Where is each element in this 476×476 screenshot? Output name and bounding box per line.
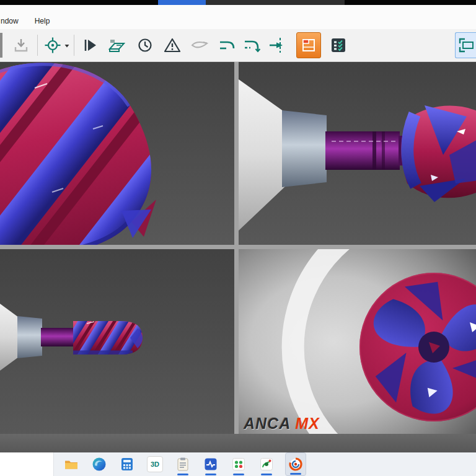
top-strip-black-right	[345, 0, 476, 5]
viewport-bottom-left[interactable]	[0, 249, 234, 434]
3d-builder-icon: 3D	[147, 456, 163, 472]
edge-browser-icon	[92, 457, 107, 472]
target-dropdown-button[interactable]	[64, 40, 70, 51]
toolbar-separator	[37, 35, 38, 56]
tool-collet-render	[239, 62, 476, 245]
step-into-button[interactable]	[78, 33, 100, 58]
pulse-app-icon	[203, 457, 218, 472]
frame-view-icon	[300, 37, 317, 54]
step-into-icon	[81, 37, 98, 54]
flute-path-icon	[218, 37, 236, 54]
anca-logo-text: ANCA	[244, 415, 291, 432]
dots-app-icon	[231, 457, 246, 472]
frame-view-button-active[interactable]	[296, 32, 321, 58]
frame-corner-icon	[457, 37, 475, 54]
import-icon	[12, 37, 30, 54]
taskbar: 3D	[0, 452, 476, 476]
top-strip-black-left	[0, 0, 158, 5]
anca-mx-logo: ANCAMX	[244, 416, 320, 431]
menu-item-help[interactable]: Help	[32, 15, 53, 27]
warnings-button[interactable]	[161, 33, 183, 58]
taskbar-icon-clipboard[interactable]	[174, 452, 192, 476]
flute-path-button[interactable]	[216, 33, 238, 58]
machine-setup-icon	[108, 37, 125, 54]
3d-builder-label: 3D	[151, 461, 159, 468]
tool-endview-render	[239, 249, 476, 434]
top-strip	[0, 0, 476, 5]
frame-view-right-button[interactable]	[455, 32, 476, 58]
tool-assembly-render	[0, 249, 234, 434]
taskbar-icons: 3D	[62, 452, 306, 476]
taskbar-underline	[261, 474, 272, 475]
tool-closeup-render	[0, 62, 234, 245]
taskbar-icon-simulator-active[interactable]	[285, 452, 306, 476]
target-icon	[44, 37, 61, 54]
menu-bar: ndow Help	[0, 5, 476, 29]
cycle-time-button[interactable]	[134, 33, 156, 58]
tool-profile-icon	[191, 37, 208, 54]
calculator-icon	[120, 457, 134, 472]
taskbar-icon-app-green-2[interactable]	[257, 452, 276, 476]
top-strip-gray-segment	[206, 0, 345, 5]
simulator-swirl-icon	[288, 457, 303, 472]
probe-target-button[interactable]	[42, 33, 64, 58]
toolbar-cut-icon	[0, 33, 6, 58]
tool-profile-button[interactable]	[188, 33, 211, 58]
taskbar-underline	[205, 474, 216, 475]
clock-icon	[136, 37, 154, 54]
taskbar-icon-calculator[interactable]	[118, 452, 136, 476]
mx-logo-text: MX	[295, 415, 320, 432]
checklist-button[interactable]	[327, 33, 350, 58]
viewport-top-right[interactable]	[239, 62, 476, 245]
import-button[interactable]	[10, 33, 32, 58]
taskbar-icon-app-green[interactable]	[229, 452, 248, 476]
taskbar-left-panel	[0, 452, 54, 476]
toolbar	[0, 29, 476, 62]
viewport-bottom-right[interactable]: ANCAMX	[239, 249, 476, 434]
orbit-app-icon	[259, 457, 274, 472]
taskbar-icon-edge[interactable]	[90, 452, 108, 476]
axis-arrow-button[interactable]	[265, 33, 288, 58]
taskbar-underline	[177, 474, 188, 475]
flute-path-dashed-icon	[243, 37, 260, 54]
menu-item-window[interactable]: ndow	[0, 15, 21, 27]
app-window: ndow Help	[0, 0, 476, 476]
viewport-grid: ANCAMX	[0, 62, 476, 434]
top-strip-blue-segment	[158, 0, 206, 5]
machine-setup-button[interactable]	[105, 33, 128, 58]
taskbar-icon-3d-builder[interactable]: 3D	[146, 452, 164, 476]
viewport-top-left[interactable]	[0, 62, 234, 245]
axis-arrow-icon	[268, 37, 285, 54]
taskbar-icon-app-blue[interactable]	[201, 452, 220, 476]
status-strip	[0, 434, 476, 452]
taskbar-underline	[290, 473, 301, 475]
checklist-icon	[330, 37, 347, 54]
warning-triangle-icon	[164, 37, 181, 54]
taskbar-underline	[233, 474, 244, 475]
toolbar-separator	[74, 35, 74, 56]
taskbar-icon-file-explorer[interactable]	[62, 452, 81, 476]
clipboard-icon	[175, 457, 190, 472]
flute-path-dashed-button[interactable]	[240, 33, 263, 58]
folder-icon	[64, 457, 79, 472]
